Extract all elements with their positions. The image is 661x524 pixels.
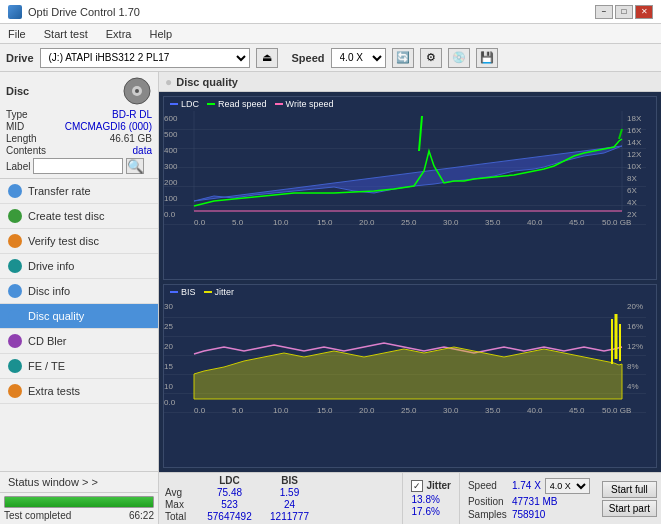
verify-test-disc-icon xyxy=(8,234,22,248)
svg-text:15.0: 15.0 xyxy=(317,218,333,226)
bis-color-dot xyxy=(170,291,178,293)
stats-row: LDC BIS Avg 75.48 1.59 Max 523 24 Tota xyxy=(159,473,661,524)
create-test-disc-icon xyxy=(8,209,22,223)
jitter-max: 17.6% xyxy=(411,506,450,517)
transfer-rate-label: Transfer rate xyxy=(28,185,91,197)
start-full-button[interactable]: Start full xyxy=(602,481,657,498)
label-browse-button[interactable]: 🔍 xyxy=(126,158,144,174)
speed-value-stats: 1.74 X xyxy=(512,480,541,491)
app-title: Opti Drive Control 1.70 xyxy=(28,6,140,18)
svg-text:25.0: 25.0 xyxy=(401,406,417,414)
svg-text:30.0: 30.0 xyxy=(443,218,459,226)
upper-chart-legend: LDC Read speed Write speed xyxy=(164,97,656,111)
sidebar-item-transfer-rate[interactable]: Transfer rate xyxy=(0,179,158,204)
max-label: Max xyxy=(165,499,197,510)
svg-text:10.0: 10.0 xyxy=(273,218,289,226)
upper-chart-svg: 600 500 400 300 200 100 0.0 18X 16X 14X … xyxy=(164,111,646,226)
stats-max-row: Max 523 24 xyxy=(165,499,396,510)
svg-text:0.0: 0.0 xyxy=(194,406,206,414)
svg-text:25: 25 xyxy=(164,322,173,331)
stats-panel: LDC BIS Avg 75.48 1.59 Max 523 24 Tota xyxy=(159,472,661,524)
sidebar-item-disc-quality[interactable]: Disc quality xyxy=(0,304,158,329)
sidebar-item-disc-info[interactable]: Disc info xyxy=(0,279,158,304)
disc-button[interactable]: 💿 xyxy=(448,48,470,68)
type-value: BD-R DL xyxy=(112,109,152,120)
start-part-button[interactable]: Start part xyxy=(602,500,657,517)
svg-marker-57 xyxy=(194,347,622,399)
write-color-dot xyxy=(275,103,283,105)
window-controls: − □ ✕ xyxy=(595,5,653,19)
maximize-button[interactable]: □ xyxy=(615,5,633,19)
total-label: Total xyxy=(165,511,197,522)
status-window-button[interactable]: Status window > > xyxy=(0,472,158,493)
progress-area: Test completed 66:22 xyxy=(0,493,158,524)
menu-help[interactable]: Help xyxy=(145,27,176,41)
col-bis: BIS xyxy=(262,475,317,486)
svg-text:0.0: 0.0 xyxy=(194,218,206,226)
sidebar-item-fe-te[interactable]: FE / TE xyxy=(0,354,158,379)
read-label: Read speed xyxy=(218,99,267,109)
sidebar-item-verify-test-disc[interactable]: Verify test disc xyxy=(0,229,158,254)
speed-select-toolbar[interactable]: 4.0 X 2.0 X 1.0 X xyxy=(331,48,386,68)
length-value: 46.61 GB xyxy=(110,133,152,144)
extra-tests-label: Extra tests xyxy=(28,385,80,397)
speed-select-stats[interactable]: 4.0 X xyxy=(545,478,590,494)
legend-write: Write speed xyxy=(275,99,334,109)
disc-quality-label: Disc quality xyxy=(28,310,84,322)
svg-text:200: 200 xyxy=(164,178,178,187)
svg-text:20.0: 20.0 xyxy=(359,218,375,226)
eject-button[interactable]: ⏏ xyxy=(256,48,278,68)
legend-ldc: LDC xyxy=(170,99,199,109)
svg-text:100: 100 xyxy=(164,194,178,203)
app-icon xyxy=(8,5,22,19)
col-ldc: LDC xyxy=(197,475,262,486)
svg-text:5.0: 5.0 xyxy=(232,406,244,414)
menu-start-test[interactable]: Start test xyxy=(40,27,92,41)
jitter-checkbox[interactable]: ✓ xyxy=(411,480,423,492)
svg-point-2 xyxy=(135,89,139,93)
speed-position-section: Speed 1.74 X 4.0 X Position 47731 MB Sam… xyxy=(459,473,598,524)
type-label: Type xyxy=(6,109,28,120)
menu-extra[interactable]: Extra xyxy=(102,27,136,41)
svg-text:12X: 12X xyxy=(627,150,642,159)
progress-bar-inner xyxy=(5,497,153,507)
svg-text:25.0: 25.0 xyxy=(401,218,417,226)
refresh-button[interactable]: 🔄 xyxy=(392,48,414,68)
main-layout: Disc Type BD-R DL MID CMCMAGDI6 (000) Le… xyxy=(0,72,661,524)
svg-text:10.0: 10.0 xyxy=(273,406,289,414)
settings-button[interactable]: ⚙ xyxy=(420,48,442,68)
minimize-button[interactable]: − xyxy=(595,5,613,19)
sidebar-item-extra-tests[interactable]: Extra tests xyxy=(0,379,158,404)
svg-text:20.0: 20.0 xyxy=(359,406,375,414)
jitter-section: ✓ Jitter 13.8% 17.6% xyxy=(402,473,458,524)
label-input[interactable] xyxy=(33,158,123,174)
ldc-label: LDC xyxy=(181,99,199,109)
drive-select[interactable]: (J:) ATAPI iHBS312 2 PL17 xyxy=(40,48,250,68)
svg-text:600: 600 xyxy=(164,114,178,123)
sidebar-item-create-test-disc[interactable]: Create test disc xyxy=(0,204,158,229)
lower-chart-legend: BIS Jitter xyxy=(164,285,656,299)
svg-text:14X: 14X xyxy=(627,138,642,147)
svg-text:6X: 6X xyxy=(627,186,637,195)
svg-marker-32 xyxy=(194,146,622,201)
svg-text:10: 10 xyxy=(164,382,173,391)
svg-text:15: 15 xyxy=(164,362,173,371)
jitter-color-dot xyxy=(204,291,212,293)
status-window-label: Status window > > xyxy=(8,476,98,488)
sidebar-item-cd-bler[interactable]: CD Bler xyxy=(0,329,158,354)
disc-title: Disc xyxy=(6,85,29,97)
svg-text:40.0: 40.0 xyxy=(527,406,543,414)
total-bis: 1211777 xyxy=(262,511,317,522)
menu-file[interactable]: File xyxy=(4,27,30,41)
svg-text:10X: 10X xyxy=(627,162,642,171)
disc-quality-icon xyxy=(8,309,22,323)
sidebar-item-drive-info[interactable]: Drive info xyxy=(0,254,158,279)
menu-bar: File Start test Extra Help xyxy=(0,24,661,44)
svg-text:35.0: 35.0 xyxy=(485,218,501,226)
write-label: Write speed xyxy=(286,99,334,109)
contents-label: Contents xyxy=(6,145,46,156)
jitter-col-label: Jitter xyxy=(426,480,450,491)
save-button[interactable]: 💾 xyxy=(476,48,498,68)
close-button[interactable]: ✕ xyxy=(635,5,653,19)
title-bar-left: Opti Drive Control 1.70 xyxy=(8,5,140,19)
